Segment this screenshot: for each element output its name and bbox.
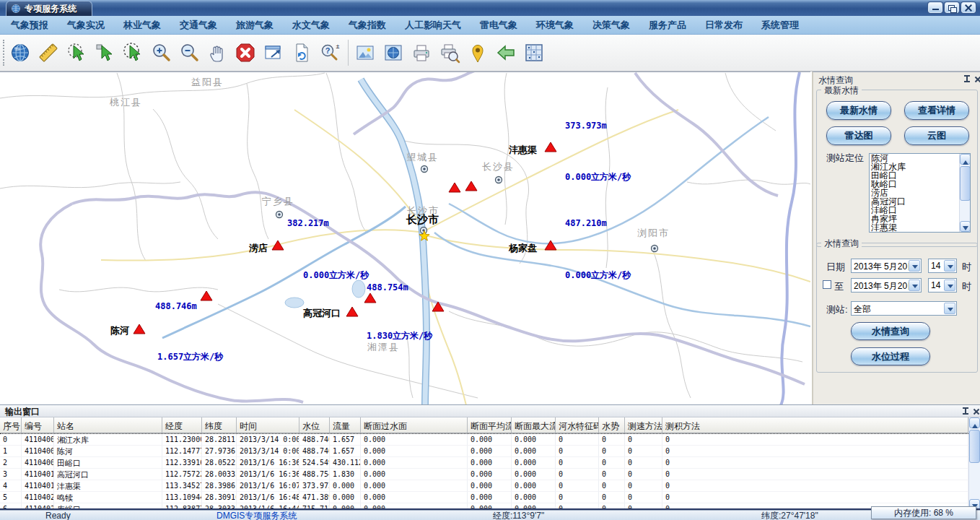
menu-item[interactable]: 环境气象 — [527, 16, 583, 34]
select-radius-icon[interactable] — [121, 39, 144, 66]
date2-combo[interactable]: 2013年 5月20日 — [851, 278, 922, 292]
globe-icon[interactable] — [9, 39, 32, 66]
back-icon[interactable] — [494, 39, 517, 66]
toolbar-grip[interactable] — [3, 40, 5, 66]
measure-ruler-icon[interactable] — [37, 39, 60, 66]
table-cell: 41104017 — [22, 480, 54, 492]
group-title: 最新水情 — [821, 84, 862, 97]
column-header[interactable]: 流量 — [330, 417, 361, 433]
pin-icon[interactable] — [961, 407, 970, 416]
radar-chart-button[interactable]: 雷达图 — [826, 126, 891, 145]
scroll-thumb[interactable] — [969, 430, 980, 463]
restore-button[interactable] — [945, 2, 959, 13]
menu-item[interactable]: 交通气象 — [170, 16, 227, 34]
column-header[interactable]: 断面平均流 — [468, 417, 512, 433]
table-row[interactable]: 441104017沣惠渠113.34527828.3986112013/1/6 … — [0, 480, 968, 492]
table-row[interactable]: 241104004田峪口112.33916728.0522222013/1/6 … — [0, 457, 968, 469]
column-header[interactable]: 水势 — [599, 417, 625, 433]
menu-item[interactable]: 旅游气象 — [227, 16, 283, 34]
scroll-up-icon[interactable] — [969, 417, 980, 428]
water-query-button[interactable]: 水情查询 — [851, 322, 930, 340]
menu-item[interactable]: 水文气象 — [283, 16, 339, 34]
zoom-out-icon[interactable] — [178, 39, 201, 66]
full-extent-icon[interactable] — [262, 39, 285, 66]
image-export-icon[interactable] — [354, 39, 377, 66]
column-header[interactable]: 水位 — [299, 417, 330, 433]
station-list[interactable]: 陈河湘江水库田峪口耿峪口涝店高冠河口沣峪口冉家坪沣惠渠 — [869, 153, 971, 233]
pan-icon[interactable] — [206, 39, 229, 66]
column-header[interactable]: 河水特征码 — [556, 417, 599, 433]
latest-water-button[interactable]: 最新水情 — [826, 101, 891, 120]
table-row[interactable]: 141104002陈河112.14777827.9736112013/3/14 … — [0, 446, 968, 457]
hour-combo[interactable]: 14 — [928, 259, 957, 273]
column-header[interactable]: 测积方法 — [662, 417, 968, 433]
chevron-down-icon[interactable] — [944, 280, 955, 291]
chevron-down-icon[interactable] — [909, 280, 920, 291]
map-window-icon[interactable] — [382, 39, 405, 66]
print-icon[interactable] — [410, 39, 433, 66]
column-header[interactable]: 序号 — [0, 417, 22, 433]
column-header[interactable]: 站名 — [54, 417, 162, 433]
hour2-combo[interactable]: 14 — [928, 278, 957, 292]
app-tab[interactable]: 专项服务系统 — [6, 1, 92, 16]
scroll-thumb[interactable] — [960, 166, 971, 201]
table-scrollbar[interactable] — [968, 417, 980, 510]
refresh-icon[interactable] — [290, 39, 313, 66]
pin-icon[interactable] — [963, 75, 971, 84]
view-details-button[interactable]: 查看详情 — [904, 101, 969, 120]
globe-logo-icon — [11, 4, 21, 14]
zoom-in-icon[interactable] — [149, 39, 172, 66]
region-label: 宁乡县 — [262, 196, 294, 207]
menu-item[interactable]: 人工影响天气 — [395, 16, 471, 34]
menu-item[interactable]: 气象指数 — [339, 16, 395, 34]
column-header[interactable]: 时间 — [237, 417, 299, 433]
station-label: 陈河 — [110, 325, 129, 336]
chevron-down-icon[interactable] — [909, 260, 920, 272]
column-header[interactable]: 编号 — [22, 417, 54, 433]
close-output-icon[interactable] — [972, 407, 980, 416]
scroll-up-icon[interactable] — [960, 154, 971, 165]
scroll-down-icon[interactable] — [960, 221, 971, 232]
map-viewport[interactable]: 益阳县桃江县望城县长沙县宁乡县长沙市浏阳市湘潭县沣惠渠长沙市涝店杨家盘高冠河口陈… — [0, 72, 810, 404]
map-canvas[interactable]: 益阳县桃江县望城县长沙县宁乡县长沙市浏阳市湘潭县沣惠渠长沙市涝店杨家盘高冠河口陈… — [0, 72, 810, 404]
menu-item[interactable]: 系统管理 — [752, 16, 808, 34]
table-row[interactable]: 541104022鸣犊113.10944428.3091672013/1/6 1… — [0, 492, 968, 503]
menu-item[interactable]: 雷电气象 — [471, 16, 527, 34]
column-header[interactable]: 测速方法 — [625, 417, 662, 433]
station-list-scrollbar[interactable] — [959, 154, 970, 232]
close-panel-icon[interactable] — [974, 75, 980, 84]
table-cell: 112.838778 — [162, 503, 202, 508]
grid-map-icon[interactable] — [522, 39, 546, 66]
chevron-down-icon[interactable] — [944, 260, 955, 272]
close-button[interactable] — [961, 2, 976, 13]
column-header[interactable]: 纬度 — [202, 417, 237, 433]
column-header[interactable]: 断面过水面 — [361, 417, 468, 433]
menu-item[interactable]: 服务产品 — [639, 16, 696, 34]
select-features-icon[interactable] — [65, 39, 88, 66]
column-header[interactable]: 经度 — [162, 417, 202, 433]
select-icon[interactable] — [93, 39, 116, 66]
menu-item[interactable]: 气象预报 — [1, 16, 58, 34]
toolbar-separator — [348, 40, 349, 66]
print-preview-icon[interactable] — [438, 39, 461, 66]
table-row[interactable]: 641104024库峪口112.83877828.3033332013/1/6 … — [0, 503, 968, 508]
cloud-chart-button[interactable]: 云图 — [904, 126, 969, 145]
placemark-icon[interactable] — [466, 39, 489, 66]
chevron-down-icon[interactable] — [944, 303, 955, 314]
menu-item[interactable]: 林业气象 — [114, 16, 170, 34]
station-combo[interactable]: 全部 — [851, 301, 957, 316]
identify-icon[interactable]: ?± — [318, 39, 341, 66]
date-combo[interactable]: 2013年 5月20日 — [851, 259, 922, 273]
menu-item[interactable]: 日常发布 — [696, 16, 752, 34]
water-level-process-button[interactable]: 水位过程 — [851, 347, 930, 365]
table-cell: 0.000 — [330, 492, 361, 503]
table-row[interactable]: 041104002湘江水库111.23000028.2811112013/3/1… — [0, 434, 968, 446]
to-checkbox[interactable] — [823, 280, 831, 289]
menu-item[interactable]: 气象实况 — [58, 16, 114, 34]
stop-icon[interactable] — [234, 39, 257, 66]
list-item[interactable]: 沣惠渠 — [870, 223, 959, 232]
column-header[interactable]: 断面最大流 — [512, 417, 556, 433]
menu-item[interactable]: 决策气象 — [583, 16, 639, 34]
minimize-button[interactable] — [928, 2, 942, 13]
table-row[interactable]: 341104010高冠河口112.75722228.0033332013/1/6… — [0, 469, 968, 480]
